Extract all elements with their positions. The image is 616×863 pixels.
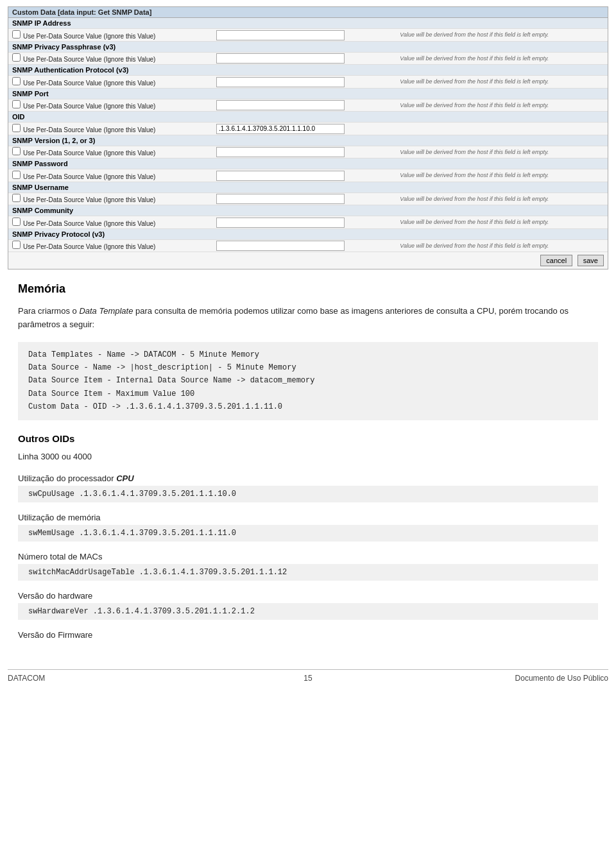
form-table: SNMP IP AddressUse Per-Data Source Value… xyxy=(8,18,608,252)
hint-cell-1: Value will be derived from the host if t… xyxy=(396,52,608,65)
intro-italic: Data Template xyxy=(79,306,133,316)
footer-right: Documento de Uso Público xyxy=(515,674,608,683)
footer: DATACOM 15 Documento de Uso Público xyxy=(8,669,608,687)
checkbox-4[interactable] xyxy=(12,124,21,132)
checkbox-cell-3[interactable]: Use Per-Data Source Value (Ignore this V… xyxy=(8,99,212,112)
input-1[interactable] xyxy=(216,53,345,64)
oid-code-3: swHardwareVer .1.3.6.1.4.1.3709.3.5.201.… xyxy=(18,603,598,620)
oid-code-1: swMemUsage .1.3.6.1.4.1.3709.3.5.201.1.1… xyxy=(18,525,598,542)
checkbox-3[interactable] xyxy=(12,100,21,108)
oid-entry-3: Versão do hardwareswHardwareVer .1.3.6.1… xyxy=(18,591,598,620)
checkbox-cell-9[interactable]: Use Per-Data Source Value (Ignore this V… xyxy=(8,239,212,252)
checkbox-label-7: Use Per-Data Source Value (Ignore this V… xyxy=(23,196,155,203)
checkbox-cell-4[interactable]: Use Per-Data Source Value (Ignore this V… xyxy=(8,123,212,135)
checkbox-label-9: Use Per-Data Source Value (Ignore this V… xyxy=(23,243,155,250)
cancel-button[interactable]: cancel xyxy=(540,255,572,266)
oid-code-0: swCpuUsage .1.3.6.1.4.1.3709.3.5.201.1.1… xyxy=(18,486,598,502)
panel-title: Custom Data [data input: Get SNMP Data] xyxy=(8,7,608,18)
input-cell-7[interactable] xyxy=(212,192,396,205)
checkbox-label-0: Use Per-Data Source Value (Ignore this V… xyxy=(23,33,155,40)
checkbox-label-3: Use Per-Data Source Value (Ignore this V… xyxy=(23,103,155,110)
form-section-header-4: OID xyxy=(8,112,608,123)
button-row: cancel save xyxy=(8,252,608,269)
oid-entry-2: Número total de MACsswitchMacAddrUsageTa… xyxy=(18,552,598,581)
form-section-header-7: SNMP Username xyxy=(8,182,608,192)
input-cell-6[interactable] xyxy=(212,169,396,182)
checkbox-2[interactable] xyxy=(12,77,21,85)
oid-entry-4: Versão do Firmware xyxy=(18,630,598,640)
input-cell-5[interactable] xyxy=(212,146,396,158)
checkbox-cell-7[interactable]: Use Per-Data Source Value (Ignore this V… xyxy=(8,192,212,205)
footer-left: DATACOM xyxy=(8,674,45,683)
input-0[interactable] xyxy=(216,30,345,40)
checkbox-label-5: Use Per-Data Source Value (Ignore this V… xyxy=(23,150,155,157)
footer-page-number: 15 xyxy=(304,674,312,683)
intro-paragraph: Para criarmos o Data Template para consu… xyxy=(18,305,598,332)
input-9[interactable] xyxy=(216,241,345,251)
input-cell-9[interactable] xyxy=(212,239,396,252)
checkbox-label-6: Use Per-Data Source Value (Ignore this V… xyxy=(23,173,155,180)
form-section-header-1: SNMP Privacy Passphrase (v3) xyxy=(8,41,608,52)
checkbox-cell-8[interactable]: Use Per-Data Source Value (Ignore this V… xyxy=(8,216,212,229)
main-content: Memória Para criarmos o Data Template pa… xyxy=(0,269,616,669)
intro-text-before: Para criarmos o xyxy=(18,306,79,316)
oid-entries: Utilização do processador CPUswCpuUsage … xyxy=(18,474,598,640)
checkbox-0[interactable] xyxy=(12,30,21,38)
checkbox-cell-5[interactable]: Use Per-Data Source Value (Ignore this V… xyxy=(8,146,212,158)
hint-cell-7: Value will be derived from the host if t… xyxy=(396,192,608,205)
input-6[interactable] xyxy=(216,171,345,181)
checkbox-label-2: Use Per-Data Source Value (Ignore this V… xyxy=(23,80,155,87)
oid-label-1: Utilização de memória xyxy=(18,513,598,522)
hint-cell-5: Value will be derived from the host if t… xyxy=(396,146,608,158)
checkbox-5[interactable] xyxy=(12,147,21,155)
input-5[interactable] xyxy=(216,147,345,157)
linha-label: Linha 3000 ou 4000 xyxy=(18,450,598,464)
checkbox-cell-1[interactable]: Use Per-Data Source Value (Ignore this V… xyxy=(8,52,212,65)
hint-cell-3: Value will be derived from the host if t… xyxy=(396,99,608,112)
input-7[interactable] xyxy=(216,194,345,204)
form-section-header-8: SNMP Community xyxy=(8,205,608,216)
form-section-header-2: SNMP Authentication Protocol (v3) xyxy=(8,65,608,76)
hint-cell-9: Value will be derived from the host if t… xyxy=(396,239,608,252)
hint-cell-4 xyxy=(396,123,608,135)
form-section-header-5: SNMP Version (1, 2, or 3) xyxy=(8,135,608,146)
form-section-header-6: SNMP Password xyxy=(8,158,608,169)
checkbox-cell-2[interactable]: Use Per-Data Source Value (Ignore this V… xyxy=(8,76,212,89)
checkbox-cell-6[interactable]: Use Per-Data Source Value (Ignore this V… xyxy=(8,169,212,182)
checkbox-9[interactable] xyxy=(12,241,21,249)
checkbox-7[interactable] xyxy=(12,194,21,202)
hint-cell-0: Value will be derived from the host if t… xyxy=(396,29,608,42)
input-cell-4[interactable] xyxy=(212,123,396,135)
outros-oids-title: Outros OIDs xyxy=(18,433,598,444)
oid-label-2: Número total de MACs xyxy=(18,552,598,561)
save-button[interactable]: save xyxy=(578,255,604,266)
input-8[interactable] xyxy=(216,218,345,228)
input-cell-8[interactable] xyxy=(212,216,396,229)
checkbox-label-4: Use Per-Data Source Value (Ignore this V… xyxy=(23,126,155,133)
input-cell-0[interactable] xyxy=(212,29,396,42)
form-section-header-3: SNMP Port xyxy=(8,88,608,99)
form-section-header-0: SNMP IP Address xyxy=(8,18,608,29)
oid-label-4: Versão do Firmware xyxy=(18,630,598,640)
hint-cell-2: Value will be derived from the host if t… xyxy=(396,76,608,89)
input-cell-2[interactable] xyxy=(212,76,396,89)
oid-label-italic-0: CPU xyxy=(116,474,133,483)
checkbox-1[interactable] xyxy=(12,53,21,62)
code-block-memory: Data Templates - Name -> DATACOM - 5 Min… xyxy=(18,342,598,420)
custom-data-panel: Custom Data [data input: Get SNMP Data] … xyxy=(8,6,608,269)
checkbox-label-8: Use Per-Data Source Value (Ignore this V… xyxy=(23,220,155,227)
input-3[interactable] xyxy=(216,100,345,110)
input-2[interactable] xyxy=(216,77,345,87)
section-title: Memória xyxy=(18,282,598,296)
input-4[interactable] xyxy=(216,124,345,134)
checkbox-6[interactable] xyxy=(12,171,21,179)
oid-entry-0: Utilização do processador CPUswCpuUsage … xyxy=(18,474,598,502)
oid-code-2: switchMacAddrUsageTable .1.3.6.1.4.1.370… xyxy=(18,564,598,581)
checkbox-cell-0[interactable]: Use Per-Data Source Value (Ignore this V… xyxy=(8,29,212,42)
input-cell-3[interactable] xyxy=(212,99,396,112)
oid-entry-1: Utilização de memóriaswMemUsage .1.3.6.1… xyxy=(18,513,598,542)
oid-label-0: Utilização do processador CPU xyxy=(18,474,598,483)
checkbox-label-1: Use Per-Data Source Value (Ignore this V… xyxy=(23,56,155,63)
checkbox-8[interactable] xyxy=(12,218,21,226)
input-cell-1[interactable] xyxy=(212,52,396,65)
